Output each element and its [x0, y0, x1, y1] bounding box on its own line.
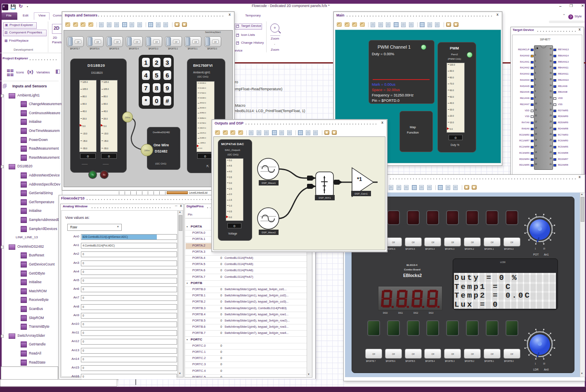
- svg-text:*1: *1: [357, 176, 362, 182]
- svg-text:DSP_Gain1: DSP_Gain1: [354, 192, 368, 195]
- svg-text:DSP_Wave2: DSP_Wave2: [262, 231, 276, 234]
- svg-text:DSP_MIX1: DSP_MIX1: [319, 197, 331, 199]
- svg-text:DSP_Wave1: DSP_Wave1: [262, 182, 276, 184]
